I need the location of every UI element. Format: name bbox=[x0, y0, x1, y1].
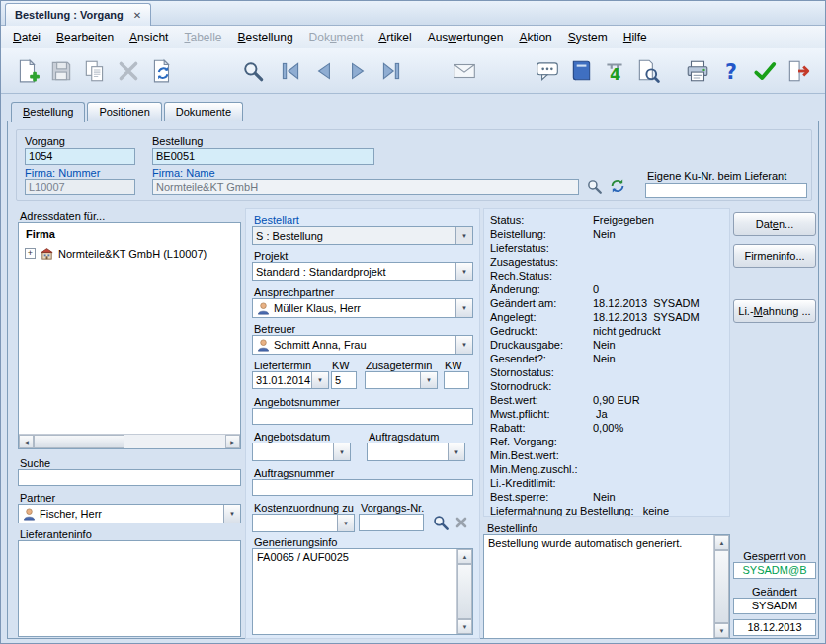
betreuer-combobox[interactable]: Schmitt Anna, Frau bbox=[252, 335, 473, 355]
firma-name-link[interactable]: Firma: Name bbox=[152, 167, 215, 179]
chevron-down-icon[interactable] bbox=[455, 263, 472, 280]
liefertermin-datepicker[interactable]: 31.01.2014 bbox=[252, 371, 329, 389]
eigene-kunr-input[interactable] bbox=[645, 183, 807, 198]
vorgang-field[interactable]: 1054 bbox=[25, 148, 135, 165]
firma-nummer-link[interactable]: Firma: Nummer bbox=[25, 167, 100, 179]
scrollbar-thumb[interactable] bbox=[34, 435, 124, 448]
status-row-label: Stornodruck: bbox=[490, 379, 593, 393]
status-row-label: Rabatt: bbox=[490, 421, 593, 435]
kw1-input[interactable] bbox=[331, 371, 357, 389]
mail-icon[interactable] bbox=[448, 54, 481, 88]
chevron-down-icon[interactable] bbox=[455, 336, 472, 354]
betreuer-label: Betreuer bbox=[254, 323, 295, 335]
chevron-down-icon[interactable] bbox=[420, 372, 437, 388]
scroll-up-icon[interactable] bbox=[714, 535, 729, 550]
ansprechpartner-combobox[interactable]: Müller Klaus, Herr bbox=[252, 298, 473, 318]
menu-datei[interactable]: Datei bbox=[5, 28, 48, 47]
copy-icon[interactable] bbox=[78, 54, 112, 88]
chevron-down-icon[interactable] bbox=[448, 443, 464, 460]
menu-bearbeiten[interactable]: Bearbeiten bbox=[48, 28, 122, 47]
menu-artikel[interactable]: Artikel bbox=[371, 28, 419, 47]
angebotsdatum-datepicker[interactable] bbox=[252, 443, 351, 461]
scroll-down-icon[interactable] bbox=[714, 623, 729, 638]
nav-first-icon[interactable] bbox=[274, 54, 307, 88]
tab-dokumente[interactable]: Dokumente bbox=[164, 102, 243, 121]
scroll-down-icon[interactable] bbox=[457, 619, 472, 634]
print-icon[interactable] bbox=[681, 54, 714, 88]
partner-combobox[interactable]: Fischer, Herr bbox=[18, 504, 241, 523]
menu-system[interactable]: System bbox=[560, 28, 616, 47]
v-scrollbar[interactable] bbox=[713, 535, 729, 638]
auftragsnummer-input[interactable] bbox=[252, 479, 473, 496]
angebotsnummer-input[interactable] bbox=[252, 408, 473, 425]
zusagetermin-datepicker[interactable] bbox=[365, 371, 438, 389]
help-icon[interactable]: ? bbox=[714, 54, 748, 88]
v-scrollbar[interactable] bbox=[456, 549, 472, 634]
refresh-icon[interactable] bbox=[609, 177, 626, 195]
delete-icon[interactable] bbox=[112, 54, 145, 88]
chevron-down-icon[interactable] bbox=[455, 299, 472, 317]
bestellung-field[interactable]: BE0051 bbox=[152, 148, 374, 165]
exit-icon[interactable] bbox=[782, 54, 815, 88]
search-icon[interactable] bbox=[432, 514, 450, 531]
nav-last-icon[interactable] bbox=[374, 54, 408, 88]
chevron-down-icon[interactable] bbox=[333, 443, 350, 460]
scroll-left-icon[interactable] bbox=[19, 435, 34, 448]
document-tab[interactable]: Bestellung : Vorgang bbox=[5, 3, 151, 26]
bestellart-link[interactable]: Bestellart bbox=[254, 214, 299, 226]
checkin-document-icon[interactable] bbox=[145, 54, 179, 88]
status-row-label: Beistellung: bbox=[490, 227, 593, 241]
scroll-up-icon[interactable] bbox=[457, 549, 472, 564]
person-icon bbox=[256, 301, 271, 316]
scrollbar-thumb[interactable] bbox=[457, 564, 472, 619]
lieferanteninfo-textarea[interactable] bbox=[18, 540, 241, 637]
menu-ansicht[interactable]: Ansicht bbox=[122, 28, 176, 47]
scroll-right-icon[interactable] bbox=[225, 435, 240, 448]
menu-auswertungen[interactable]: Auswertungen bbox=[420, 28, 512, 47]
new-document-icon[interactable] bbox=[11, 54, 44, 88]
chevron-down-icon[interactable] bbox=[311, 372, 328, 388]
nav-prev-icon[interactable] bbox=[307, 54, 341, 88]
nav-next-icon[interactable] bbox=[341, 54, 374, 88]
tree-item-company[interactable]: Normteile&KT GmbH (L10007) bbox=[25, 246, 206, 261]
firmeninfo-button[interactable]: Firmeninfo... bbox=[733, 244, 816, 268]
firma-name-field[interactable]: Normteile&KT GmbH bbox=[152, 179, 579, 195]
tree-h-scrollbar[interactable] bbox=[19, 434, 240, 448]
projekt-combobox[interactable]: Standard : Standardprojekt bbox=[252, 262, 473, 281]
clamp-4-icon[interactable]: 4 bbox=[598, 54, 631, 88]
tree-root-firma[interactable]: Firma bbox=[26, 228, 55, 240]
search-icon[interactable] bbox=[236, 54, 270, 88]
auftragsdatum-datepicker[interactable] bbox=[367, 443, 465, 461]
generierungsinfo-textarea[interactable]: FA0065 / AUF0025 bbox=[252, 548, 473, 635]
expand-icon[interactable] bbox=[25, 248, 36, 259]
confirm-icon[interactable] bbox=[748, 54, 782, 88]
kostenzuordnung-combobox[interactable] bbox=[252, 514, 355, 532]
comment-icon[interactable] bbox=[531, 54, 564, 88]
search-icon[interactable] bbox=[586, 178, 603, 195]
menu-bestellung[interactable]: Bestellung bbox=[230, 28, 301, 47]
person-icon bbox=[256, 338, 271, 353]
header-group: Vorgang 1054 Bestellung BE0051 Firma: Nu… bbox=[16, 129, 812, 201]
chevron-down-icon[interactable] bbox=[223, 505, 240, 523]
scrollbar-thumb[interactable] bbox=[714, 550, 729, 623]
menu-aktion[interactable]: Aktion bbox=[511, 28, 559, 47]
chevron-down-icon[interactable] bbox=[337, 515, 354, 531]
kw2-input[interactable] bbox=[444, 371, 469, 389]
li-mahnung-button[interactable]: Li.-Mahnung ... bbox=[733, 299, 816, 323]
close-icon[interactable] bbox=[133, 10, 141, 21]
menubar: DateiBearbeitenAnsichtTabelleBestellungD… bbox=[1, 26, 825, 48]
status-row: Ref.-Vorgang: bbox=[484, 435, 729, 448]
app-window: Bestellung : Vorgang DateiBearbeitenAnsi… bbox=[0, 0, 826, 644]
catalog-icon[interactable] bbox=[564, 54, 598, 88]
status-row: Zusagestatus: bbox=[484, 255, 729, 269]
clear-icon[interactable] bbox=[454, 515, 469, 530]
tab-bestellung[interactable]: Bestellung bbox=[11, 102, 85, 122]
preview-document-icon[interactable] bbox=[631, 54, 665, 88]
daten-button[interactable]: Daten... bbox=[733, 212, 816, 236]
suche-input[interactable] bbox=[18, 469, 241, 486]
vorgangs-nr-input[interactable] bbox=[359, 514, 424, 531]
menu-hilfe[interactable]: Hilfe bbox=[616, 28, 655, 47]
save-icon[interactable] bbox=[44, 54, 78, 88]
bestellinfo-textarea[interactable]: Bestellung wurde automatisch generiert. bbox=[483, 534, 730, 639]
tab-positionen[interactable]: Positionen bbox=[87, 102, 161, 121]
